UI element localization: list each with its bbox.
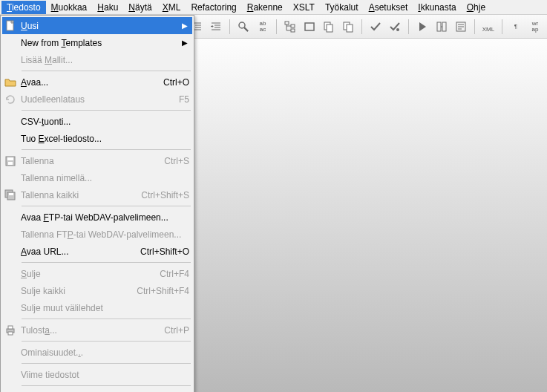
menu-item-label: CSV-tuonti...	[21, 117, 189, 127]
menu-item-label: Tallenna nimellä...	[21, 173, 189, 183]
check-icon[interactable]	[367, 18, 384, 36]
menu-item-tulosta: Tulosta...Ctrl+P	[2, 321, 192, 339]
svg-line-2	[244, 27, 248, 31]
menu-item-lis-mallit: Lisää Mallit...	[2, 51, 192, 68]
menu-työkalut[interactable]: Työkalut	[320, 1, 364, 14]
svg-rect-10	[347, 24, 353, 32]
menu-shortcut: Ctrl+Shift+F4	[137, 286, 189, 296]
copy-icon[interactable]	[320, 18, 338, 36]
pilcrow-icon[interactable]: ¶	[507, 18, 525, 36]
doc-icon	[4, 19, 17, 33]
menu-item-uudelleenlataus: UudelleenlatausF5	[2, 91, 192, 108]
menu-item-label: Tallenna FTP-tai WebDAV-palvelimeen...	[21, 229, 189, 240]
svg-rect-6	[305, 23, 314, 30]
check2-icon[interactable]	[386, 18, 404, 36]
box-icon[interactable]	[301, 18, 318, 36]
menu-item-lopetus[interactable]: Lopetus	[2, 388, 192, 392]
menu-separator	[22, 385, 191, 386]
menu-item-sulje-muut-v-lilehdet: Sulje muut välilehdet	[2, 299, 192, 316]
menu-item-tallenna-ftp-tai-webdav-palvelimeen: Tallenna FTP-tai WebDAV-palvelimeen...	[2, 226, 192, 243]
file-menu-dropdown: Uusi▶New from Templates▶Lisää Mallit...A…	[0, 15, 194, 392]
open-icon	[4, 76, 17, 89]
svg-point-0	[239, 22, 245, 28]
menu-separator	[22, 262, 191, 263]
menu-separator	[22, 110, 191, 111]
menu-refactoring[interactable]: Refactoring	[186, 1, 241, 14]
menu-item-label: Avaa FTP-tai WebDAV-palvelimeen...	[21, 212, 189, 223]
menu-haku[interactable]: Haku	[92, 1, 123, 14]
menu-separator	[22, 71, 191, 71]
play-icon[interactable]	[413, 18, 431, 36]
menu-separator	[22, 363, 191, 364]
svg-rect-13	[442, 22, 446, 31]
no-icon	[4, 132, 17, 146]
submenu-arrow-icon: ▶	[180, 22, 189, 30]
no-icon	[4, 368, 17, 382]
menu-item-label: Sulje kaikki	[21, 286, 131, 296]
svg-rect-4	[291, 24, 295, 27]
menu-item-label: Tuo Excel-tiedosto...	[21, 134, 189, 144]
tree-icon[interactable]	[281, 18, 299, 36]
menu-muokkaa[interactable]: Muokkaa	[46, 1, 93, 14]
menu-ohje[interactable]: Ohje	[462, 1, 491, 14]
no-icon	[4, 284, 17, 298]
menu-item-label: Lisää Mallit...	[21, 55, 189, 65]
menu-tiedosto[interactable]: Tiedosto	[1, 1, 46, 14]
xml-icon[interactable]: XML	[479, 18, 497, 36]
menu-item-label: New from Templates	[21, 38, 180, 48]
svg-point-11	[396, 28, 399, 31]
menu-separator	[22, 318, 191, 319]
menu-item-avaa[interactable]: Avaa...Ctrl+O	[2, 74, 192, 91]
menu-item-label: Tallenna	[21, 156, 139, 166]
paste-icon[interactable]	[339, 18, 357, 36]
svg-rect-5	[291, 29, 295, 32]
menu-item-avaa-ftp-tai-webdav-palvelimeen[interactable]: Avaa FTP-tai WebDAV-palvelimeen...	[2, 209, 192, 226]
config-icon[interactable]	[452, 18, 470, 36]
menu-shortcut: Ctrl+F4	[145, 269, 189, 279]
toolbar-separator	[502, 19, 502, 34]
menu-item-label: Uusi	[21, 21, 180, 31]
no-icon	[4, 53, 17, 67]
menu-item-ominaisuudet: Ominaisuudet...	[2, 344, 192, 361]
menu-item-label: Viime tiedostot	[21, 370, 189, 380]
convert-icon[interactable]	[433, 18, 451, 36]
menu-item-sulje-kaikki: Sulje kaikkiCtrl+Shift+F4	[2, 282, 192, 299]
menu-ikkunasta[interactable]: Ikkunasta	[413, 1, 461, 14]
reload-icon	[4, 93, 17, 106]
menu-näytä[interactable]: Näytä	[123, 1, 157, 14]
no-icon	[4, 228, 17, 241]
menu-item-tuo-excel-tiedosto[interactable]: Tuo Excel-tiedosto...	[2, 130, 192, 147]
toolbar-separator	[229, 19, 230, 34]
menu-shortcut: Ctrl+S	[145, 156, 189, 166]
menu-item-viime-tiedostot: Viime tiedostot	[2, 366, 192, 383]
no-icon	[4, 346, 17, 359]
svg-rect-8	[327, 24, 333, 32]
menu-item-uusi[interactable]: Uusi▶	[2, 17, 192, 34]
menu-xml[interactable]: XML	[157, 1, 186, 14]
menu-item-label: Avaa URL...	[21, 246, 134, 257]
menu-item-csv-tuonti[interactable]: CSV-tuonti...	[2, 113, 192, 130]
menu-item-label: Tallenna kaikki	[21, 190, 135, 200]
print-icon	[4, 324, 17, 337]
menu-xslt[interactable]: XSLT	[288, 1, 320, 14]
find-icon[interactable]	[235, 18, 252, 36]
menu-item-label: Sulje	[21, 269, 139, 279]
no-icon	[4, 211, 17, 224]
wrap-icon[interactable]: wrap	[526, 18, 544, 36]
find-replace-icon[interactable]: abac	[254, 18, 272, 36]
menu-item-label: Tulosta...	[21, 325, 139, 336]
no-icon	[4, 245, 17, 258]
menu-item-avaa-url[interactable]: Avaa URL...Ctrl+Shift+O	[2, 243, 192, 260]
no-icon	[4, 301, 17, 315]
menu-shortcut: Ctrl+Shift+O	[140, 246, 189, 257]
menu-item-new-from-templates[interactable]: New from Templates▶	[2, 34, 192, 51]
menu-separator	[22, 149, 191, 150]
svg-rect-23	[8, 326, 13, 329]
toolbar-separator	[408, 19, 409, 34]
menu-asetukset[interactable]: Asetukset	[364, 1, 413, 14]
menu-item-tallenna-kaikki: Tallenna kaikkiCtrl+Shift+S	[2, 186, 192, 203]
menu-shortcut: Ctrl+P	[145, 325, 189, 336]
menu-rakenne[interactable]: Rakenne	[242, 1, 288, 14]
indent-right-icon[interactable]	[207, 18, 225, 36]
menu-item-label: Uudelleenlataus	[21, 94, 139, 105]
